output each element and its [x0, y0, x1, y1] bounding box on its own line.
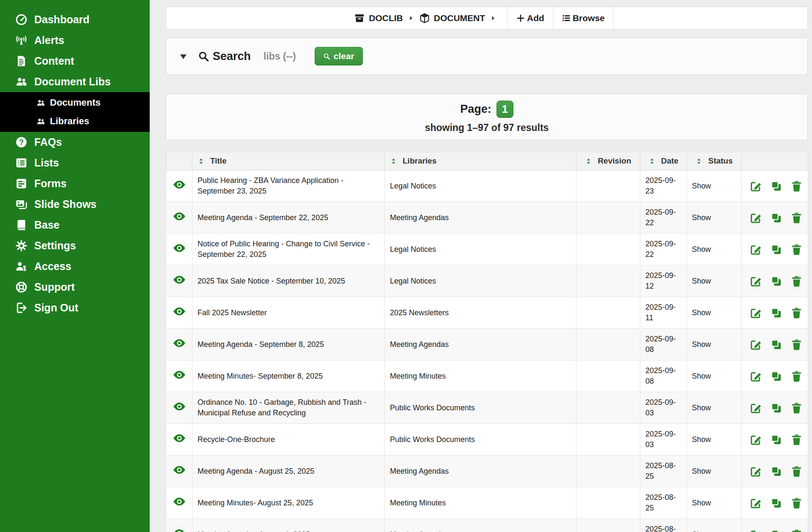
doc-date: 2025-09-23: [645, 176, 676, 195]
delete-icon[interactable]: [790, 370, 803, 382]
preview-eye-icon[interactable]: [173, 337, 186, 349]
table-row: 2025 Tax Sale Notice - September 10, 202…: [166, 265, 808, 297]
delete-icon[interactable]: [790, 243, 803, 256]
clear-search-button[interactable]: clear: [315, 47, 363, 65]
copy-icon[interactable]: [770, 434, 782, 446]
delete-icon[interactable]: [790, 529, 803, 532]
add-button[interactable]: Add: [513, 13, 547, 23]
delete-icon[interactable]: [790, 307, 803, 319]
edit-icon[interactable]: [750, 338, 762, 351]
delete-icon[interactable]: [790, 180, 803, 192]
sidebar-subitem-label: Documents: [50, 97, 101, 108]
preview-eye-icon[interactable]: [173, 273, 186, 286]
sidebar-item[interactable]: ? FAQs: [0, 132, 150, 153]
sidebar-item[interactable]: Dashboard: [0, 9, 150, 30]
copy-icon[interactable]: [770, 338, 782, 351]
sidebar-item[interactable]: Content: [0, 51, 150, 71]
doc-status: Show: [692, 372, 711, 380]
copy-icon[interactable]: [770, 529, 782, 532]
edit-icon[interactable]: [750, 243, 762, 256]
header-title-label: Title: [210, 156, 227, 166]
preview-eye-icon[interactable]: [173, 495, 186, 508]
breadcrumb-item-document[interactable]: DOCUMENT: [419, 13, 485, 24]
sidebar-item[interactable]: Alerts: [0, 30, 150, 51]
doc-title: 2025 Tax Sale Notice - September 10, 202…: [198, 277, 345, 285]
current-page-badge[interactable]: 1: [497, 101, 513, 118]
copy-icon[interactable]: [770, 402, 782, 414]
sidebar-item[interactable]: Sign Out: [0, 297, 150, 318]
copy-icon[interactable]: [770, 275, 782, 287]
delete-icon[interactable]: [790, 275, 803, 287]
sidebar: Dashboard Alerts Content Document Libs D…: [0, 0, 150, 532]
copy-icon[interactable]: [770, 307, 782, 319]
sidebar-item[interactable]: Access: [0, 256, 150, 277]
doc-date: 2025-09-22: [645, 208, 676, 227]
preview-eye-icon[interactable]: [173, 432, 186, 445]
copy-icon[interactable]: [770, 180, 782, 192]
doc-libraries: Meeting Minutes: [390, 372, 446, 380]
preview-eye-icon[interactable]: [173, 242, 186, 254]
edit-icon[interactable]: [750, 212, 762, 224]
doc-date: 2025-09-11: [645, 303, 676, 322]
edit-icon[interactable]: [750, 465, 762, 477]
preview-eye-icon[interactable]: [173, 464, 186, 476]
browse-button[interactable]: Browse: [559, 13, 607, 23]
sidebar-item-label: FAQs: [34, 136, 62, 148]
delete-icon[interactable]: [790, 434, 803, 446]
copy-icon[interactable]: [770, 465, 782, 477]
breadcrumb-document-label: DOCUMENT: [434, 13, 485, 23]
delete-icon[interactable]: [790, 338, 803, 351]
delete-icon[interactable]: [790, 465, 803, 477]
delete-icon[interactable]: [790, 497, 803, 509]
doc-libraries: Legal Notices: [390, 245, 436, 254]
sort-libraries-icon[interactable]: [390, 158, 397, 165]
edit-icon[interactable]: [750, 434, 762, 446]
copy-icon[interactable]: [770, 370, 782, 382]
edit-icon[interactable]: [750, 180, 762, 192]
sidebar-item-icon: [14, 177, 28, 191]
sort-status-icon[interactable]: [695, 158, 702, 165]
doc-date: 2025-08-25: [645, 461, 676, 480]
sidebar-item[interactable]: Base: [0, 215, 150, 235]
breadcrumb-item-doclib[interactable]: DOCLIB: [354, 13, 403, 24]
delete-icon[interactable]: [790, 402, 803, 414]
sidebar-item[interactable]: Forms: [0, 173, 150, 194]
doc-title: Fall 2025 Newsletter: [198, 308, 267, 317]
preview-eye-icon[interactable]: [173, 527, 186, 532]
copy-icon[interactable]: [770, 243, 782, 256]
preview-eye-icon[interactable]: [173, 368, 186, 381]
sidebar-item[interactable]: Slide Shows: [0, 194, 150, 215]
sidebar-item-label: Lists: [34, 157, 59, 169]
sidebar-item[interactable]: Support: [0, 277, 150, 297]
preview-eye-icon[interactable]: [173, 305, 186, 318]
sidebar-subitem[interactable]: Libraries: [0, 112, 150, 131]
copy-icon[interactable]: [770, 212, 782, 224]
sidebar-item[interactable]: Document Libs: [0, 71, 150, 92]
sort-title-icon[interactable]: [198, 158, 205, 165]
doc-status: Show: [692, 340, 711, 349]
sort-revision-icon[interactable]: [585, 158, 592, 165]
copy-icon[interactable]: [770, 497, 782, 509]
table-row: Ordinance No. 10 - Garbage, Rubbish and …: [166, 392, 808, 424]
sidebar-item-label: Dashboard: [34, 14, 90, 26]
table-row: Notice of Public Hearing - Change to Civ…: [166, 234, 808, 265]
sidebar-item[interactable]: Settings: [0, 235, 150, 256]
edit-icon[interactable]: [750, 307, 762, 319]
edit-icon[interactable]: [750, 402, 762, 414]
edit-icon[interactable]: [750, 275, 762, 287]
sidebar-subitem[interactable]: Documents: [0, 93, 150, 112]
sort-date-icon[interactable]: [648, 158, 656, 165]
breadcrumb-arrow-icon: [490, 15, 496, 21]
doc-date: 2025-08-25: [645, 493, 676, 512]
edit-icon[interactable]: [750, 529, 762, 532]
edit-icon[interactable]: [750, 497, 762, 509]
header-status: Status: [687, 152, 742, 170]
preview-eye-icon[interactable]: [173, 210, 186, 223]
sidebar-item[interactable]: Lists: [0, 153, 150, 173]
collapse-caret-icon[interactable]: [179, 52, 188, 61]
edit-icon[interactable]: [750, 370, 762, 382]
delete-icon[interactable]: [790, 212, 803, 224]
app-root: Dashboard Alerts Content Document Libs D…: [0, 0, 812, 532]
preview-eye-icon[interactable]: [173, 400, 186, 413]
preview-eye-icon[interactable]: [173, 178, 186, 191]
